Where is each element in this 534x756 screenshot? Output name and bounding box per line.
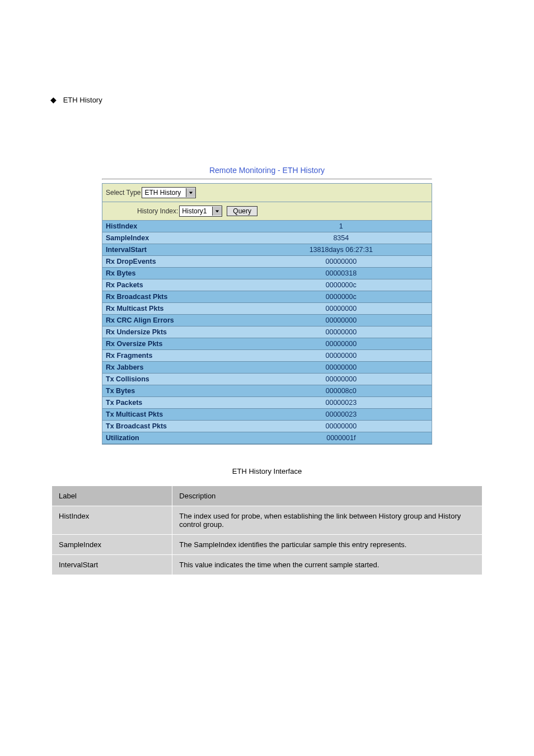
row-key: Rx Multicast Pkts <box>102 303 251 315</box>
row-value: 1 <box>251 221 432 232</box>
header-description: Description <box>172 486 483 506</box>
row-key: Rx Fragments <box>102 350 251 362</box>
bullet-section: ◆ ETH History <box>50 95 534 104</box>
row-key: Rx CRC Align Errors <box>102 315 251 326</box>
row-key: Rx Broadcast Pkts <box>102 291 251 303</box>
table-row: Tx Packets00000023 <box>102 397 432 409</box>
table-row: Tx Multicast Pkts00000023 <box>102 409 432 421</box>
table-row: Rx Packets0000000c <box>102 279 432 291</box>
row-key: Tx Packets <box>102 397 251 409</box>
row-value: 00000023 <box>251 397 432 409</box>
table-row: Rx Jabbers00000000 <box>102 362 432 374</box>
panel-title: Remote Monitoring - ETH History <box>102 166 432 175</box>
select-type-dropdown[interactable]: ETH History <box>142 187 196 198</box>
row-key: Utilization <box>102 432 251 444</box>
row-value: 0000000c <box>251 279 432 291</box>
table-row: Rx Bytes00000318 <box>102 268 432 279</box>
table-row: Tx Broadcast Pkts00000000 <box>102 421 432 432</box>
table-row: Tx Bytes000008c0 <box>102 385 432 397</box>
row-value: 8354 <box>251 232 432 244</box>
description-table: Label Description HistIndexThe index use… <box>51 486 483 575</box>
desc-text: The SampleIndex identifies the particula… <box>172 535 483 555</box>
table-row: Utilization0000001f <box>102 432 432 444</box>
desc-text: This value indicates the time when the c… <box>172 555 483 575</box>
desc-label: IntervalStart <box>52 555 172 575</box>
figure-caption: ETH History Interface <box>0 467 534 475</box>
table-row: Rx Multicast Pkts00000000 <box>102 303 432 315</box>
row-key: Rx DropEvents <box>102 256 251 268</box>
row-key: Tx Broadcast Pkts <box>102 421 251 432</box>
table-row: Rx DropEvents00000000 <box>102 256 432 268</box>
row-value: 0000000c <box>251 291 432 303</box>
table-row: Rx Fragments00000000 <box>102 350 432 362</box>
row-value: 000008c0 <box>251 385 432 397</box>
table-row: Rx Oversize Pkts00000000 <box>102 338 432 350</box>
table-row: HistIndexThe index used for probe, when … <box>52 506 483 535</box>
desc-label: SampleIndex <box>52 535 172 555</box>
row-value: 00000000 <box>251 362 432 374</box>
bullet-icon: ◆ <box>50 95 57 104</box>
table-row: Rx CRC Align Errors00000000 <box>102 315 432 326</box>
row-value: 00000000 <box>251 338 432 350</box>
eth-history-table: HistIndex1SampleIndex8354IntervalStart13… <box>102 221 432 444</box>
table-header-row: Label Description <box>52 486 483 506</box>
row-value: 00000000 <box>251 374 432 385</box>
row-key: IntervalStart <box>102 244 251 256</box>
row-key: Rx Oversize Pkts <box>102 338 251 350</box>
table-row: IntervalStartThis value indicates the ti… <box>52 555 483 575</box>
chevron-down-icon <box>186 188 195 197</box>
table-row: Rx Broadcast Pkts0000000c <box>102 291 432 303</box>
select-type-value: ETH History <box>142 189 186 197</box>
table-row: HistIndex1 <box>102 221 432 232</box>
row-key: Rx Packets <box>102 279 251 291</box>
history-index-row: History Index: History1 Query <box>102 202 432 221</box>
chevron-down-icon <box>212 207 222 216</box>
row-value: 00000000 <box>251 421 432 432</box>
row-value: 00000000 <box>251 256 432 268</box>
table-row: IntervalStart13818days 06:27:31 <box>102 244 432 256</box>
select-type-label: Select Type <box>106 189 140 197</box>
page: ◆ ETH History Remote Monitoring - ETH Hi… <box>0 0 534 756</box>
table-row: SampleIndexThe SampleIndex identifies th… <box>52 535 483 555</box>
row-key: HistIndex <box>102 221 251 232</box>
row-key: Rx Bytes <box>102 268 251 279</box>
row-value: 00000000 <box>251 315 432 326</box>
query-button[interactable]: Query <box>227 206 257 216</box>
table-row: SampleIndex8354 <box>102 232 432 244</box>
history-index-label: History Index: <box>137 207 178 215</box>
row-value: 00000318 <box>251 268 432 279</box>
row-key: Tx Collisions <box>102 374 251 385</box>
panel-wrap: Remote Monitoring - ETH History Select T… <box>102 166 432 445</box>
divider <box>102 179 432 180</box>
svg-marker-1 <box>216 210 219 212</box>
row-key: Rx Undersize Pkts <box>102 326 251 338</box>
row-value: 13818days 06:27:31 <box>251 244 432 256</box>
desc-label: HistIndex <box>52 506 172 535</box>
row-value: 00000023 <box>251 409 432 421</box>
row-value: 00000000 <box>251 350 432 362</box>
table-row: Tx Collisions00000000 <box>102 374 432 385</box>
row-value: 0000001f <box>251 432 432 444</box>
row-key: Tx Bytes <box>102 385 251 397</box>
table-row: Rx Undersize Pkts00000000 <box>102 326 432 338</box>
bullet-text: ETH History <box>63 96 102 104</box>
history-index-dropdown[interactable]: History1 <box>179 206 222 217</box>
row-key: SampleIndex <box>102 232 251 244</box>
row-key: Tx Multicast Pkts <box>102 409 251 421</box>
desc-text: The index used for probe, when establish… <box>172 506 483 535</box>
panel: Select Type ETH History History Index: H… <box>102 183 432 445</box>
svg-marker-0 <box>189 192 193 194</box>
history-index-value: History1 <box>180 207 212 215</box>
header-label: Label <box>52 486 172 506</box>
row-value: 00000000 <box>251 303 432 315</box>
select-type-row: Select Type ETH History <box>102 184 432 202</box>
row-value: 00000000 <box>251 326 432 338</box>
row-key: Rx Jabbers <box>102 362 251 374</box>
